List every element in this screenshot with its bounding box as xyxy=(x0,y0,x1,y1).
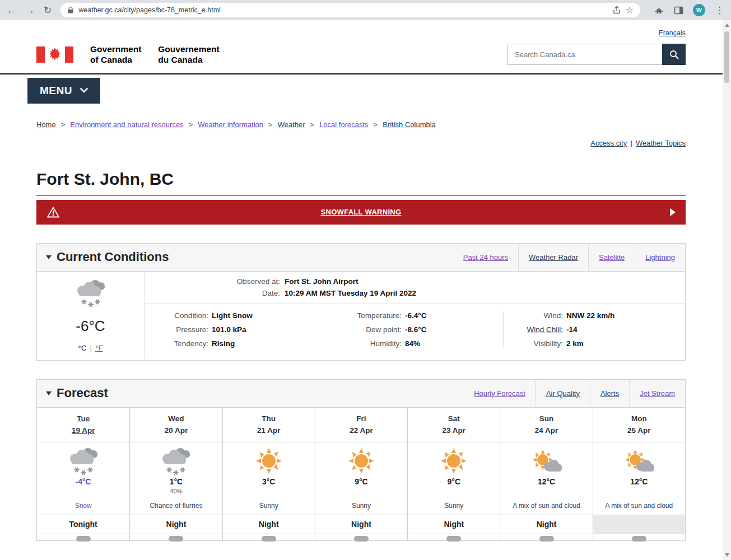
search-input[interactable] xyxy=(507,44,662,65)
forecast-day-sat: Sat23 Apr xyxy=(407,408,500,442)
forecast-condition[interactable]: Chance of flurries xyxy=(150,502,202,510)
forecast-panel: Forecast Hourly Forecast Air Quality Ale… xyxy=(36,379,686,541)
side-panel-icon[interactable] xyxy=(674,6,683,15)
lock-icon xyxy=(67,6,74,14)
clipped-row-cell xyxy=(37,534,129,540)
address-bar[interactable]: weather.gc.ca/city/pages/bc-78_metric_e.… xyxy=(60,3,640,17)
forecast-condition[interactable]: Sunny xyxy=(259,502,278,510)
forecast-day-tue[interactable]: Tue19 Apr xyxy=(37,408,129,442)
breadcrumb: Home>Environment and natural resources>W… xyxy=(36,120,686,129)
forecast-condition[interactable]: Snow xyxy=(75,502,92,510)
scroll-down-icon[interactable] xyxy=(725,553,729,557)
snow-cloud-icon xyxy=(66,446,101,475)
current-conditions-title[interactable]: Current Conditions xyxy=(37,244,169,271)
conditions-divider xyxy=(145,304,685,304)
clipped-row-cell xyxy=(222,534,315,540)
search-button[interactable] xyxy=(662,44,686,65)
snowfall-warning-banner[interactable]: SNOWFALL WARNING xyxy=(36,200,686,225)
alerts-link[interactable]: Alerts xyxy=(600,389,619,398)
forecast-temp: 12°C xyxy=(538,477,555,486)
page-title: Fort St. John, BC xyxy=(36,170,686,189)
clipped-row-cell xyxy=(500,534,592,540)
logo-text-en: Governmentof Canada xyxy=(90,44,141,66)
breadcrumb-weather-information[interactable]: Weather information xyxy=(198,120,263,129)
forecast-condition[interactable]: Sunny xyxy=(444,502,463,510)
chevron-down-icon xyxy=(80,88,88,93)
forecast-pop: 40% xyxy=(170,488,182,495)
celsius-unit: °C xyxy=(78,344,86,352)
period-night: Night xyxy=(129,515,222,534)
period-tonight: Tonight xyxy=(37,515,129,534)
forecast-cell-tue: -4°C Snow xyxy=(37,442,129,515)
lightning-link[interactable]: Lightning xyxy=(645,253,675,262)
forecast-condition[interactable]: A mix of sun and cloud xyxy=(513,502,580,510)
pressure-value: 101.0 kPa xyxy=(212,325,246,334)
conditions-column-3: Wind:NNW 22 km/h Wind Chill:-14 Visibili… xyxy=(503,311,685,348)
forecast-condition[interactable]: A mix of sun and cloud xyxy=(605,502,673,510)
period-night: Night xyxy=(222,515,315,534)
forecast-cell-mon: 12°C A mix of sun and cloud xyxy=(593,442,685,515)
wind-chill-link[interactable]: Wind Chill: xyxy=(527,325,563,334)
humidity-value: 84% xyxy=(405,339,420,348)
breadcrumb-british-columbia[interactable]: British Columbia xyxy=(383,120,436,129)
forecast-title[interactable]: Forecast xyxy=(37,380,108,407)
back-icon[interactable]: ← xyxy=(7,6,16,15)
weather-radar-link[interactable]: Weather Radar xyxy=(529,253,578,262)
reload-icon[interactable]: ↻ xyxy=(44,6,52,15)
government-of-canada-logo[interactable]: Governmentof Canada Gouvernementdu Canad… xyxy=(36,44,220,66)
observed-at-value: Fort St. John Airport xyxy=(285,277,685,286)
satellite-link[interactable]: Satellite xyxy=(599,253,625,262)
canada-flag-icon xyxy=(36,45,73,64)
bookmark-star-icon[interactable]: ☆ xyxy=(626,6,634,15)
observation-block: Observed at: Fort St. John Airport Date:… xyxy=(145,277,685,297)
fahrenheit-link[interactable]: °F xyxy=(95,344,103,352)
breadcrumb-environment[interactable]: Environment and natural resources xyxy=(70,120,183,129)
period-night: Night xyxy=(407,515,500,534)
access-city-link[interactable]: Access city xyxy=(590,139,627,147)
site-search xyxy=(507,44,686,65)
forward-icon[interactable]: → xyxy=(25,6,35,15)
forecast-cell-thu: 3°C Sunny xyxy=(222,442,315,515)
forecast-day-wed: Wed20 Apr xyxy=(129,408,222,442)
scroll-up-icon[interactable] xyxy=(725,24,729,27)
weather-topics-link[interactable]: Weather Topics xyxy=(636,139,686,147)
past-24-hours-link[interactable]: Past 24 hours xyxy=(463,253,508,262)
snowfall-warning-link[interactable]: SNOWFALL WARNING xyxy=(36,208,686,216)
clipped-row-cell xyxy=(593,534,685,540)
profile-avatar[interactable]: W xyxy=(693,4,705,16)
period-empty xyxy=(593,515,685,534)
visibility-value: 2 km xyxy=(566,339,584,348)
forecast-temp[interactable]: -4°C xyxy=(76,477,91,486)
breadcrumb-local-forecasts[interactable]: Local forecasts xyxy=(319,120,368,129)
hourly-forecast-link[interactable]: Hourly Forecast xyxy=(474,389,525,398)
scrollbar-thumb[interactable] xyxy=(724,31,729,83)
forecast-temp: 9°C xyxy=(355,477,368,486)
dew-point-value: -8.6°C xyxy=(405,325,426,334)
forecast-cell-wed: 1°C 40% Chance of flurries xyxy=(129,442,222,515)
breadcrumb-home[interactable]: Home xyxy=(36,120,56,129)
sun-icon xyxy=(251,446,287,475)
breadcrumb-weather[interactable]: Weather xyxy=(278,120,305,129)
air-quality-link[interactable]: Air Quality xyxy=(546,389,580,398)
page-scrollbar[interactable] xyxy=(723,20,731,560)
wind-chill-value: -14 xyxy=(566,325,578,334)
forecast-day-sun: Sun24 Apr xyxy=(500,408,592,442)
forecast-temp: 12°C xyxy=(630,477,648,486)
share-icon[interactable] xyxy=(612,6,621,15)
jet-stream-link[interactable]: Jet Stream xyxy=(640,389,675,398)
extensions-puzzle-icon[interactable] xyxy=(655,6,664,15)
browser-toolbar: ← → ↻ weather.gc.ca/city/pages/bc-78_met… xyxy=(0,0,731,20)
quick-links: Access city|Weather Topics xyxy=(36,139,686,147)
forecast-cell-sat: 9°C Sunny xyxy=(407,442,500,515)
menu-button[interactable]: MENU xyxy=(27,78,100,104)
forecast-table: Tue19 Apr Wed20 Apr Thu21 Apr Fri22 Apr … xyxy=(37,408,685,540)
unit-toggle: °C|°F xyxy=(37,344,144,352)
language-toggle-link[interactable]: Français xyxy=(659,29,686,37)
forecast-condition[interactable]: Sunny xyxy=(352,502,371,510)
browser-menu-icon[interactable]: ⋮ xyxy=(715,6,724,15)
sun-cloud-icon xyxy=(529,446,565,475)
wind-value: NNW 22 km/h xyxy=(566,311,614,320)
snow-cloud-icon xyxy=(158,446,194,475)
observation-date-value: 10:29 AM MST Tuesday 19 April 2022 xyxy=(285,289,685,297)
logo-text-fr: Gouvernementdu Canada xyxy=(158,44,219,66)
